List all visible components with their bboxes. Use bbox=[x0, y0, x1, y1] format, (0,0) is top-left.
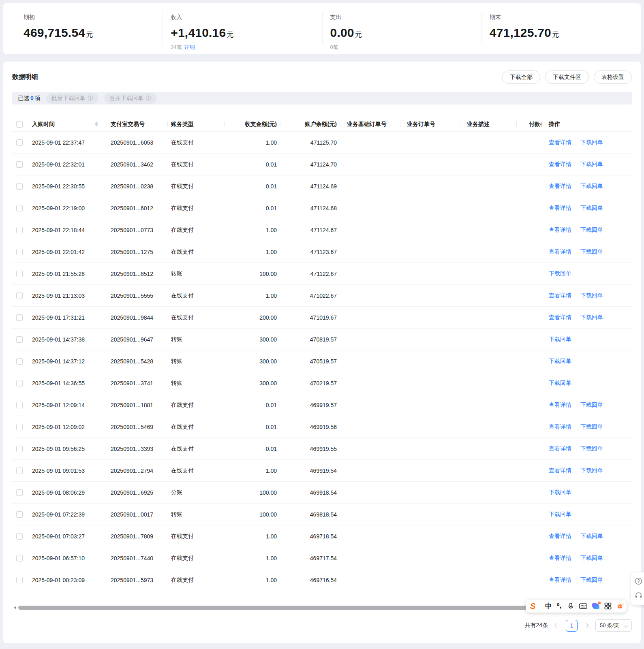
cell-biz-order-id bbox=[400, 197, 460, 219]
download-receipt-link[interactable]: 下载回单 bbox=[549, 489, 571, 496]
row-checkbox[interactable] bbox=[16, 577, 23, 583]
download-receipt-link[interactable]: 下载回单 bbox=[580, 576, 603, 584]
download-receipt-link[interactable]: 下载回单 bbox=[580, 161, 603, 168]
download-receipt-link[interactable]: 下载回单 bbox=[549, 358, 571, 365]
table-settings-button[interactable]: 表格设置 bbox=[594, 70, 632, 84]
merge-download-receipt-button[interactable]: 合并下载回单ⓘ bbox=[104, 93, 156, 104]
scroll-left-arrow-icon[interactable] bbox=[14, 606, 16, 609]
next-page-icon[interactable] bbox=[584, 623, 588, 628]
cell-biz-description bbox=[460, 307, 517, 328]
download-receipt-link[interactable]: 下载回单 bbox=[580, 226, 603, 234]
view-detail-link[interactable]: 查看详情 bbox=[549, 467, 571, 474]
row-checkbox[interactable] bbox=[16, 227, 23, 233]
row-checkbox[interactable] bbox=[16, 468, 23, 474]
cell-balance: 469919.55 bbox=[280, 438, 340, 459]
cell-entry-time: 2025-09-01 14:36:55 bbox=[29, 372, 107, 394]
download-receipt-link[interactable]: 下载回单 bbox=[549, 511, 571, 518]
cell-balance: 471124.70 bbox=[280, 154, 340, 175]
cell-alipay-txn-id: 20250901...9647 bbox=[107, 329, 168, 350]
page-size-select[interactable]: 50 条/页 bbox=[595, 619, 632, 632]
table-row: 2025-09-01 09:56:2520250901...3393在线支付0.… bbox=[12, 438, 632, 460]
download-receipt-link[interactable]: 下载回单 bbox=[549, 380, 571, 387]
chevron-down-icon bbox=[624, 623, 628, 627]
row-checkbox[interactable] bbox=[16, 380, 23, 386]
view-detail-link[interactable]: 查看详情 bbox=[549, 314, 571, 321]
cell-account-type: 在线支付 bbox=[168, 219, 225, 241]
download-receipt-link[interactable]: 下载回单 bbox=[580, 467, 603, 474]
row-checkbox[interactable] bbox=[16, 205, 23, 211]
row-checkbox[interactable] bbox=[16, 511, 23, 518]
cell-account-type: 在线支付 bbox=[168, 416, 225, 438]
row-checkbox[interactable] bbox=[16, 446, 23, 452]
view-detail-link[interactable]: 查看详情 bbox=[549, 248, 571, 256]
download-receipt-link[interactable]: 下载回单 bbox=[580, 533, 603, 540]
row-checkbox[interactable] bbox=[16, 533, 23, 540]
download-receipt-link[interactable]: 下载回单 bbox=[580, 314, 603, 321]
row-checkbox[interactable] bbox=[16, 292, 23, 299]
download-receipt-link[interactable]: 下载回单 bbox=[580, 555, 603, 562]
download-receipt-link[interactable]: 下载回单 bbox=[580, 445, 603, 453]
cell-base-order-id bbox=[340, 241, 400, 263]
row-checkbox[interactable] bbox=[16, 555, 23, 561]
row-checkbox[interactable] bbox=[16, 336, 23, 343]
sogou-logo-icon[interactable]: S bbox=[530, 602, 535, 610]
view-detail-link[interactable]: 查看详情 bbox=[549, 445, 571, 453]
view-detail-link[interactable]: 查看详情 bbox=[549, 226, 571, 234]
download-receipt-link[interactable]: 下载回单 bbox=[580, 205, 603, 212]
help-question-icon[interactable]: ? bbox=[635, 577, 644, 587]
chinese-mode-icon[interactable]: 中 bbox=[545, 602, 552, 611]
row-checkbox[interactable] bbox=[16, 424, 23, 430]
view-detail-link[interactable]: 查看详情 bbox=[549, 576, 571, 584]
toolbox-grid-icon[interactable] bbox=[604, 602, 612, 610]
view-detail-link[interactable]: 查看详情 bbox=[549, 555, 571, 562]
cell-entry-time: 2025-09-01 21:13:03 bbox=[29, 285, 107, 306]
view-detail-link[interactable]: 查看详情 bbox=[549, 205, 571, 212]
cell-amount: 1.00 bbox=[225, 460, 280, 481]
row-checkbox[interactable] bbox=[16, 139, 23, 146]
income-detail-link[interactable]: 详细 bbox=[184, 44, 195, 50]
download-all-button[interactable]: 下载全部 bbox=[502, 70, 540, 84]
download-receipt-link[interactable]: 下载回单 bbox=[580, 183, 603, 190]
keyboard-icon[interactable] bbox=[579, 603, 587, 609]
customer-service-headset-icon[interactable] bbox=[635, 592, 644, 600]
view-detail-link[interactable]: 查看详情 bbox=[549, 161, 571, 168]
row-checkbox[interactable] bbox=[16, 249, 23, 255]
view-detail-link[interactable]: 查看详情 bbox=[549, 533, 571, 540]
prev-page-icon[interactable] bbox=[554, 623, 559, 628]
cell-payment-remark bbox=[517, 547, 542, 569]
cell-biz-order-id bbox=[400, 547, 460, 569]
microphone-icon[interactable] bbox=[567, 602, 574, 610]
select-all-checkbox[interactable] bbox=[16, 121, 23, 128]
skin-theme-icon[interactable] bbox=[592, 603, 599, 609]
cell-biz-order-id bbox=[400, 285, 460, 306]
download-file-zone-button[interactable]: 下载文件区 bbox=[545, 70, 589, 84]
row-checkbox[interactable] bbox=[16, 183, 23, 190]
row-checkbox[interactable] bbox=[16, 161, 23, 168]
row-checkbox[interactable] bbox=[16, 402, 23, 408]
row-checkbox[interactable] bbox=[16, 489, 23, 496]
download-receipt-link[interactable]: 下载回单 bbox=[580, 248, 603, 256]
page-number-button[interactable]: 1 bbox=[566, 620, 578, 632]
row-checkbox-cell bbox=[12, 132, 29, 153]
download-receipt-link[interactable]: 下载回单 bbox=[580, 139, 603, 146]
row-checkbox[interactable] bbox=[16, 314, 23, 321]
download-receipt-link[interactable]: 下载回单 bbox=[580, 401, 603, 409]
row-checkbox[interactable] bbox=[16, 271, 23, 277]
punctuation-icon[interactable] bbox=[556, 603, 563, 609]
ai-assistant-icon[interactable] bbox=[616, 602, 625, 610]
cell-balance: 469919.56 bbox=[280, 416, 340, 438]
download-receipt-link[interactable]: 下载回单 bbox=[549, 336, 571, 343]
view-detail-link[interactable]: 查看详情 bbox=[549, 423, 571, 431]
row-checkbox[interactable] bbox=[16, 358, 23, 365]
cell-alipay-txn-id: 20250901...9844 bbox=[107, 307, 168, 328]
download-receipt-link[interactable]: 下载回单 bbox=[580, 423, 603, 431]
view-detail-link[interactable]: 查看详情 bbox=[549, 183, 571, 190]
view-detail-link[interactable]: 查看详情 bbox=[549, 401, 571, 409]
download-receipt-link[interactable]: 下载回单 bbox=[549, 270, 571, 278]
scrollbar-thumb[interactable] bbox=[18, 606, 536, 610]
view-detail-link[interactable]: 查看详情 bbox=[549, 139, 571, 146]
download-receipt-link[interactable]: 下载回单 bbox=[580, 292, 603, 299]
batch-download-receipt-button[interactable]: 批量下载回单ⓘ bbox=[46, 93, 98, 104]
view-detail-link[interactable]: 查看详情 bbox=[549, 292, 571, 299]
sort-icon[interactable] bbox=[95, 122, 98, 126]
